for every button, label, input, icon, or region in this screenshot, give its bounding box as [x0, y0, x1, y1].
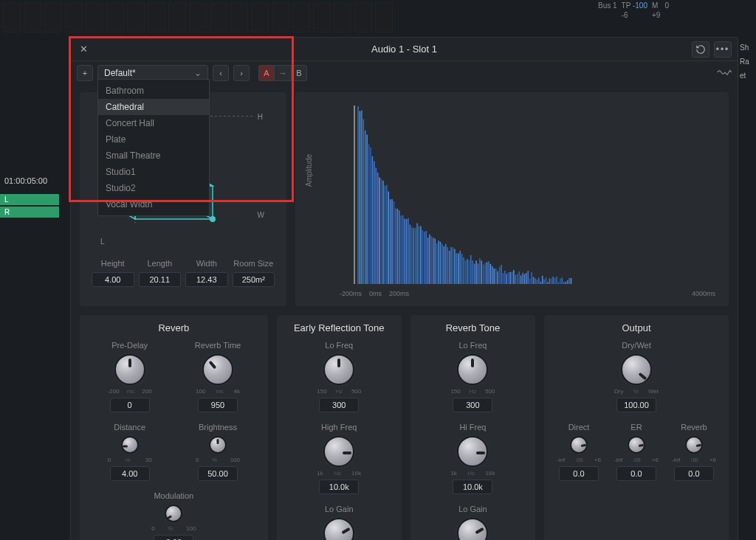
knob-value[interactable]: 300	[453, 398, 492, 412]
knob-dial[interactable]	[323, 518, 354, 540]
svg-rect-111	[535, 278, 536, 284]
preset-next-button[interactable]: ›	[233, 65, 250, 81]
knob-dial[interactable]	[457, 518, 488, 540]
knob-value[interactable]: 950	[198, 398, 238, 412]
ab-b-button[interactable]: B	[291, 65, 307, 81]
room-param: Room Size250m²	[233, 259, 275, 287]
svg-rect-20	[372, 156, 374, 284]
svg-rect-108	[529, 278, 531, 284]
svg-rect-38	[404, 218, 405, 284]
svg-rect-125	[560, 278, 561, 284]
svg-rect-49	[424, 232, 425, 284]
amplitude-chart[interactable]	[340, 105, 715, 284]
knob-value[interactable]: 0.0	[559, 466, 599, 481]
knob-dial[interactable]	[457, 436, 488, 467]
knob-dial[interactable]	[209, 436, 227, 454]
knob-label: Reverb	[681, 423, 707, 432]
knob-dial[interactable]	[457, 354, 488, 385]
knob-dial[interactable]	[202, 354, 233, 385]
preset-option[interactable]: Studio1	[98, 164, 209, 180]
knob-control: High Freq 1kHz16k 10.0k	[309, 423, 368, 494]
knob-range: 1kHz16k	[450, 470, 495, 477]
param-value[interactable]: 4.00	[92, 272, 134, 287]
knob-value[interactable]: 0.0	[674, 466, 714, 481]
svg-rect-83	[484, 263, 486, 284]
knob-control: Lo Gain -18dB+6 0.0	[443, 505, 502, 540]
svg-rect-112	[537, 280, 538, 284]
knob-value[interactable]: 100.00	[616, 398, 656, 412]
svg-rect-18	[368, 144, 370, 284]
param-value[interactable]: 20.11	[139, 272, 182, 287]
svg-rect-36	[400, 215, 402, 284]
knob-value[interactable]: 300	[319, 398, 359, 412]
history-button[interactable]	[692, 41, 709, 58]
svg-rect-26	[382, 181, 384, 284]
preset-dropdown[interactable]: BathroomCathedralConcert HallPlateSmall …	[97, 79, 210, 216]
knob-value[interactable]: 4.00	[110, 466, 150, 481]
svg-rect-54	[433, 238, 434, 284]
preset-option[interactable]: Vocal Width	[98, 196, 209, 212]
knob-dial[interactable]	[570, 436, 588, 454]
knob-dial[interactable]	[114, 354, 145, 385]
svg-rect-130	[568, 278, 570, 284]
knob-control: Lo Freq 150Hz500 300	[309, 341, 368, 412]
preset-option[interactable]: Bathroom	[98, 83, 209, 99]
svg-rect-91	[499, 267, 501, 284]
knob-dial[interactable]	[621, 354, 652, 385]
ab-a-button[interactable]: A	[258, 65, 275, 81]
svg-rect-106	[526, 273, 527, 284]
svg-rect-89	[495, 269, 497, 284]
waveform-icon[interactable]	[717, 67, 732, 80]
more-button[interactable]: •••	[714, 41, 732, 58]
knob-range: 0%100	[151, 525, 196, 532]
ab-copy-button[interactable]: →	[275, 65, 291, 81]
reverb-plugin-window: ✕ Audio 1 - Slot 1 ••• + Default* ⌄ ‹ › …	[70, 37, 738, 540]
svg-rect-88	[493, 269, 495, 284]
preset-prev-button[interactable]: ‹	[213, 65, 229, 81]
knob-dial[interactable]	[165, 505, 182, 522]
svg-rect-129	[567, 280, 568, 284]
chevron-left-icon: ‹	[219, 69, 222, 77]
preset-option[interactable]: Small Theatre	[98, 148, 209, 164]
svg-rect-39	[406, 219, 408, 284]
preset-option[interactable]: Studio2	[98, 180, 209, 196]
knob-dial[interactable]	[628, 436, 645, 454]
knob-dial[interactable]	[121, 436, 139, 454]
svg-rect-64	[450, 247, 452, 284]
svg-rect-30	[390, 199, 391, 284]
knob-control: ER -infdB+6 0.0	[608, 423, 665, 481]
axis-w-label: W	[258, 211, 264, 219]
knob-value[interactable]: 0	[110, 398, 150, 412]
knob-value[interactable]: 50.00	[198, 466, 238, 481]
close-icon[interactable]: ✕	[77, 41, 91, 58]
svg-rect-73	[467, 259, 468, 284]
reverb-section: Reverb Pre-Delay -200ms200 0 Reverb Time…	[80, 315, 268, 540]
knob-label: High Freq	[321, 423, 357, 432]
svg-rect-58	[440, 242, 441, 284]
svg-rect-28	[386, 185, 388, 284]
knob-control: Lo Gain -18dB+6 0.0	[309, 505, 368, 540]
knob-dial[interactable]	[323, 354, 354, 385]
knob-dial[interactable]	[685, 436, 703, 454]
param-value[interactable]: 12.43	[185, 272, 228, 287]
svg-rect-17	[366, 134, 368, 284]
knob-value[interactable]: 10.0k	[453, 480, 492, 494]
knob-value[interactable]: 0.0	[616, 466, 656, 481]
knob-label: ER	[630, 423, 642, 432]
knob-label: Distance	[114, 423, 145, 432]
svg-rect-40	[408, 218, 409, 284]
preset-option[interactable]: Plate	[98, 131, 209, 148]
svg-rect-61	[445, 244, 447, 284]
knob-control: Brightness 6%100 50.00	[188, 423, 247, 481]
chevron-down-icon: ⌄	[194, 68, 202, 78]
svg-rect-52	[429, 235, 430, 284]
preset-option[interactable]: Concert Hall	[98, 115, 209, 131]
preset-option[interactable]: Cathedral	[98, 99, 209, 115]
knob-label: Reverb Time	[195, 341, 241, 350]
knob-value[interactable]: 10.0k	[319, 480, 359, 494]
svg-rect-103	[520, 275, 522, 284]
knob-value[interactable]: 2.00	[154, 535, 193, 540]
knob-dial[interactable]	[323, 436, 354, 467]
param-value[interactable]: 250m²	[233, 272, 275, 287]
add-preset-button[interactable]: +	[77, 65, 93, 81]
